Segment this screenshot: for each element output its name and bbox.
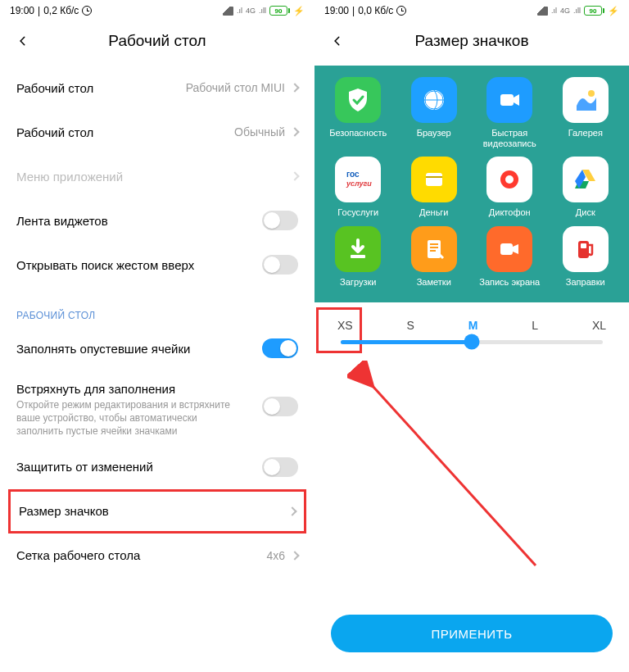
chevron-right-icon [290, 83, 299, 92]
app-camcorder[interactable]: Быстрая видеозапись [474, 77, 545, 148]
drive-icon [563, 157, 609, 202]
row-launcher[interactable]: Рабочий стол Рабочий стол MIUI [16, 66, 298, 110]
toggle-swipe-search[interactable] [262, 255, 298, 275]
row-icon-size[interactable]: Размер значков [8, 489, 306, 534]
back-button[interactable] [13, 31, 33, 51]
row-swipe-search[interactable]: Открывать поиск жестом вверх [16, 243, 298, 287]
chevron-right-icon [287, 506, 296, 515]
row-value: 4x6 [266, 549, 285, 562]
size-m[interactable]: M [468, 319, 478, 332]
apply-button[interactable]: ПРИМЕНИТЬ [331, 615, 613, 652]
battery-icon: 90 [584, 6, 604, 16]
fuel-icon [563, 226, 609, 272]
status-pipe: | [352, 5, 355, 16]
row-value: Обычный [234, 125, 285, 138]
icon-preview-grid: БезопасностьБраузерБыстрая видеозаписьГа… [314, 66, 629, 302]
app-label: Деньги [419, 207, 449, 218]
app-label: Диктофон [489, 207, 531, 218]
charging-icon: ⚡ [608, 6, 619, 16]
app-label: Госуслуги [337, 207, 378, 218]
app-gos[interactable]: госуслугиГосуслуги [323, 157, 394, 218]
svg-text:гос: гос [346, 170, 360, 179]
row-grid-size[interactable]: Сетка рабочего стола 4x6 [16, 534, 298, 578]
row-value: Рабочий стол MIUI [186, 81, 285, 94]
battery-icon: 90 [269, 6, 290, 16]
sig-bars-2: .ıll [573, 7, 581, 15]
row-label: Открывать поиск жестом вверх [16, 258, 262, 272]
alarm-icon [396, 6, 406, 16]
svg-point-9 [505, 175, 514, 184]
size-xl[interactable]: XL [592, 319, 606, 332]
chevron-left-icon [17, 35, 29, 47]
svg-text:услуги: услуги [346, 179, 372, 188]
row-label: Лента виджетов [16, 214, 262, 228]
app-rec[interactable]: Диктофон [474, 157, 545, 218]
row-launcher-mode[interactable]: Рабочий стол Обычный [16, 110, 298, 154]
row-label: Меню приложений [16, 170, 292, 184]
status-pipe: | [38, 5, 40, 16]
charging-icon: ⚡ [293, 6, 305, 16]
chevron-right-icon [290, 551, 299, 560]
camcorder-icon [486, 77, 532, 123]
toggle-shake-fill[interactable] [262, 397, 298, 416]
app-screenrec[interactable]: Запись экрана [474, 226, 545, 288]
row-widget-feed[interactable]: Лента виджетов [16, 198, 298, 243]
row-lock-layout[interactable]: Защитить от изменений [16, 445, 298, 489]
note-icon [411, 226, 457, 272]
app-label: Запись экрана [479, 277, 540, 288]
app-fuel[interactable]: Заправки [550, 226, 622, 288]
globe-icon [411, 77, 457, 123]
svg-rect-2 [500, 94, 514, 106]
svg-point-3 [588, 90, 595, 97]
row-shake-fill[interactable]: Встряхнуть для заполнения Откройте режим… [16, 370, 298, 445]
screenrec-icon [486, 226, 532, 272]
size-slider-area: XS S M L XL [314, 302, 629, 344]
svg-line-15 [372, 385, 536, 565]
sig-4g: 4G [246, 7, 256, 15]
titlebar: Размер значков [314, 21, 629, 66]
toggle-widget-feed[interactable] [262, 211, 298, 230]
page-title: Размер значков [314, 32, 629, 50]
status-bar: 19:00 | 0,2 Кб/с .ıl 4G .ıll 90 ⚡ [0, 0, 314, 21]
app-drive[interactable]: Диск [550, 157, 622, 218]
app-note[interactable]: Заметки [399, 226, 470, 288]
settings-list: Рабочий стол Рабочий стол MIUI Рабочий с… [0, 66, 314, 578]
sim-icon [223, 7, 233, 16]
app-download[interactable]: Загрузки [323, 226, 394, 288]
wallet-icon [411, 157, 457, 202]
row-fill-cells[interactable]: Заполнять опустевшие ячейки [16, 326, 298, 370]
size-s[interactable]: S [407, 319, 414, 332]
app-globe[interactable]: Браузер [399, 77, 470, 148]
size-slider-thumb[interactable] [464, 334, 480, 350]
row-label: Рабочий стол [16, 125, 234, 139]
svg-rect-10 [351, 255, 365, 258]
rec-icon [486, 157, 532, 202]
size-slider-fill [341, 340, 472, 344]
size-l[interactable]: L [532, 319, 538, 332]
svg-rect-14 [581, 243, 586, 248]
annotation-xs-highlight [316, 307, 362, 353]
app-label: Быстрая видеозапись [477, 128, 542, 148]
size-slider-track[interactable] [341, 340, 603, 344]
gos-icon: госуслуги [335, 157, 381, 202]
sig-bars-1: .ıl [237, 7, 242, 15]
app-label: Загрузки [340, 277, 376, 288]
alarm-icon [82, 6, 92, 16]
row-label: Защитить от изменений [16, 460, 262, 474]
row-app-drawer: Меню приложений [16, 154, 298, 198]
toggle-fill-cells[interactable] [262, 338, 298, 358]
gallery-icon [563, 77, 609, 123]
app-wallet[interactable]: Деньги [399, 157, 470, 218]
titlebar: Рабочий стол [0, 21, 314, 66]
back-button[interactable] [328, 31, 347, 51]
status-net: 0,0 Кб/с [358, 5, 393, 16]
app-gallery[interactable]: Галерея [550, 77, 622, 148]
toggle-lock-layout[interactable] [262, 457, 298, 477]
section-header: РАБОЧИЙ СТОЛ [16, 287, 298, 326]
app-label: Диск [576, 207, 595, 218]
chevron-right-icon [290, 171, 299, 180]
status-time: 19:00 [324, 5, 349, 16]
svg-rect-12 [500, 243, 513, 255]
sim-icon [537, 7, 548, 16]
app-shield[interactable]: Безопасность [323, 77, 394, 148]
